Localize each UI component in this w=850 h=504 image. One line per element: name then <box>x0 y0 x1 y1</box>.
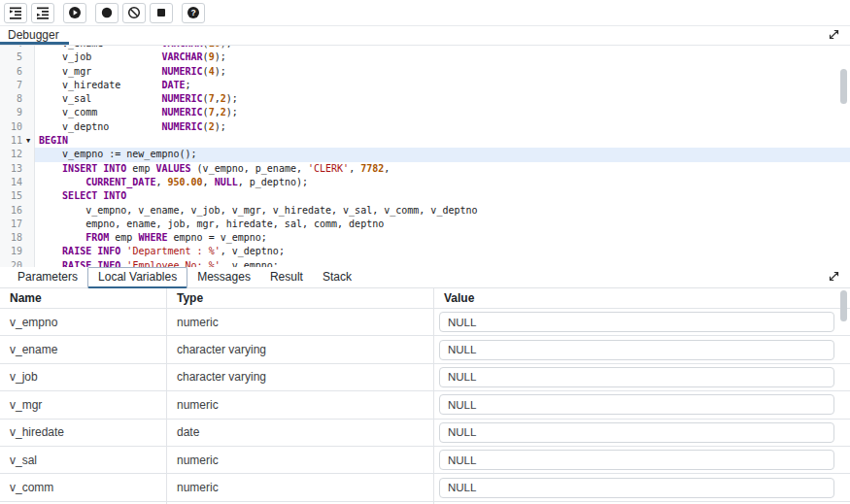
variable-value-input[interactable] <box>439 450 834 470</box>
code-line[interactable]: 14 CURRENT_DATE, 950.00, NULL, p_deptno)… <box>0 176 850 189</box>
line-number-gutter[interactable]: 7 <box>0 79 35 92</box>
variable-value-input[interactable] <box>439 478 834 498</box>
variable-name-cell: v_sal <box>0 447 167 473</box>
code-line-text: FROM emp WHERE empno = v_empno; <box>35 231 850 245</box>
code-line[interactable]: 19 RAISE INFO 'Department : %', v_deptno… <box>0 245 850 258</box>
line-number-gutter[interactable]: 9 <box>0 106 35 119</box>
stop-button[interactable] <box>150 3 173 23</box>
code-lines: 4 v_ename VARCHAR(10);5 v_job VARCHAR(9)… <box>0 46 850 267</box>
code-line[interactable]: 13 INSERT INTO emp VALUES (v_empno, p_en… <box>0 162 850 176</box>
tab-debugger[interactable]: Debugger <box>0 26 69 45</box>
line-number: 20 <box>1 259 22 267</box>
code-line-text: empno, ename, job, mgr, hiredate, sal, c… <box>35 218 850 231</box>
code-line[interactable]: 5 v_job VARCHAR(9); <box>0 50 850 64</box>
svg-text:?: ? <box>190 8 195 17</box>
panel-tab-messages[interactable]: Messages <box>187 267 260 287</box>
panel-tab-parameters[interactable]: Parameters <box>8 267 87 287</box>
line-number-gutter[interactable]: 19 <box>0 245 35 258</box>
code-line-text: v_mgr NUMERIC(4); <box>35 65 850 79</box>
line-number: 10 <box>1 120 22 134</box>
variable-name-cell: v_comm <box>0 474 167 500</box>
fold-marker-icon: ▼ <box>22 134 34 148</box>
line-number: 19 <box>1 245 22 258</box>
line-number-gutter[interactable]: 17 <box>0 218 35 231</box>
variable-type-cell: numeric <box>167 391 434 418</box>
code-line[interactable]: 12 v_empno := new_empno(); <box>0 148 850 161</box>
line-number: 11 <box>1 134 22 148</box>
grid-scrollbar[interactable] <box>840 290 847 321</box>
line-number: 16 <box>1 204 22 218</box>
variable-value-input[interactable] <box>439 312 834 332</box>
code-editor[interactable]: 4 v_ename VARCHAR(10);5 v_job VARCHAR(9)… <box>0 46 850 267</box>
variable-value-cell <box>434 391 850 418</box>
code-line[interactable]: 16 v_empno, v_ename, v_job, v_mgr, v_hir… <box>0 204 850 218</box>
clear-all-breakpoints-button[interactable] <box>122 3 146 23</box>
variable-row: v_enamecharacter varying <box>0 336 850 363</box>
line-number-gutter[interactable]: 20 <box>0 259 35 267</box>
variable-type-cell: numeric <box>167 309 434 335</box>
line-number-gutter[interactable]: 10 <box>0 120 35 134</box>
code-line[interactable]: 11▼BEGIN <box>0 134 850 148</box>
line-number-gutter[interactable]: 13 <box>0 162 35 176</box>
line-number-gutter[interactable]: 12 <box>0 148 35 161</box>
variable-row: v_salnumeric <box>0 447 850 474</box>
variable-value-cell <box>434 420 850 446</box>
code-line[interactable]: 10 v_deptno NUMERIC(2); <box>0 120 850 134</box>
line-number-gutter[interactable]: 15 <box>0 189 35 203</box>
line-number-gutter[interactable]: 16 <box>0 204 35 218</box>
code-line[interactable]: 17 empno, ename, job, mgr, hiredate, sal… <box>0 218 850 231</box>
variable-row: v_empnonumeric <box>0 309 850 336</box>
code-line[interactable]: 8 v_sal NUMERIC(7,2); <box>0 92 850 106</box>
variable-value-input[interactable] <box>439 340 834 360</box>
panel-tabs: ParametersLocal VariablesMessagesResultS… <box>8 267 361 287</box>
code-line-text: SELECT INTO <box>35 189 850 203</box>
panel-tab-stack[interactable]: Stack <box>313 267 361 287</box>
toggle-breakpoint-button[interactable] <box>95 3 119 23</box>
code-line-text: BEGIN <box>35 134 850 148</box>
variable-row: v_hiredatedate <box>0 420 850 447</box>
code-line[interactable]: 18 FROM emp WHERE empno = v_empno; <box>0 231 850 245</box>
variable-value-input[interactable] <box>439 422 834 443</box>
line-number-gutter[interactable]: 18 <box>0 231 35 245</box>
code-line-text: v_job VARCHAR(9); <box>35 50 850 64</box>
step-over-button[interactable] <box>31 3 54 23</box>
code-line-text: v_deptno NUMERIC(2); <box>35 120 850 134</box>
grid-body: v_empnonumericv_enamecharacter varyingv_… <box>0 309 850 504</box>
debugger-toolbar: ? <box>0 0 850 26</box>
code-line[interactable]: 6 v_mgr NUMERIC(4); <box>0 65 850 79</box>
line-number: 17 <box>1 218 22 231</box>
line-number: 15 <box>1 189 22 203</box>
line-number-gutter[interactable]: 6 <box>0 65 35 79</box>
line-number-gutter[interactable]: 8 <box>0 92 35 106</box>
code-line-text: RAISE INFO 'Department : %', v_deptno; <box>35 245 850 258</box>
code-line[interactable]: 9 v_comm NUMERIC(7,2); <box>0 106 850 119</box>
tab-debugger-label: Debugger <box>8 28 59 42</box>
panel-expand-button[interactable] <box>827 271 840 285</box>
step-over-icon <box>36 6 50 20</box>
help-button[interactable]: ? <box>182 3 205 23</box>
line-number-gutter[interactable]: 5 <box>0 50 35 64</box>
variable-value-cell <box>434 474 850 500</box>
line-number: 9 <box>1 106 22 119</box>
variable-row: v_commnumeric <box>0 474 850 501</box>
variable-value-input[interactable] <box>439 367 834 387</box>
line-number-gutter[interactable]: 11▼ <box>0 134 35 148</box>
panel-tab-result[interactable]: Result <box>260 267 313 287</box>
code-line[interactable]: 7 v_hiredate DATE; <box>0 79 850 92</box>
step-into-button[interactable] <box>4 3 27 23</box>
line-number-gutter[interactable]: 14 <box>0 176 35 189</box>
line-number: 8 <box>1 92 22 106</box>
editor-scrollbar[interactable] <box>840 69 847 104</box>
expand-icon <box>828 27 840 45</box>
code-line[interactable]: 20 RAISE INFO 'Employee No: %', v_empno; <box>0 259 850 267</box>
variable-type-cell: character varying <box>167 364 434 390</box>
code-line[interactable]: 15 SELECT INTO <box>0 189 850 203</box>
editor-expand-button[interactable] <box>827 29 840 43</box>
variable-value-input[interactable] <box>439 394 834 415</box>
question-circle-icon: ? <box>187 6 200 19</box>
panel-tab-local-variables[interactable]: Local Variables <box>87 267 187 288</box>
line-number: 12 <box>1 148 22 161</box>
column-header-type: Type <box>167 288 434 308</box>
continue-button[interactable] <box>63 3 86 23</box>
variable-type-cell: numeric <box>167 447 434 473</box>
